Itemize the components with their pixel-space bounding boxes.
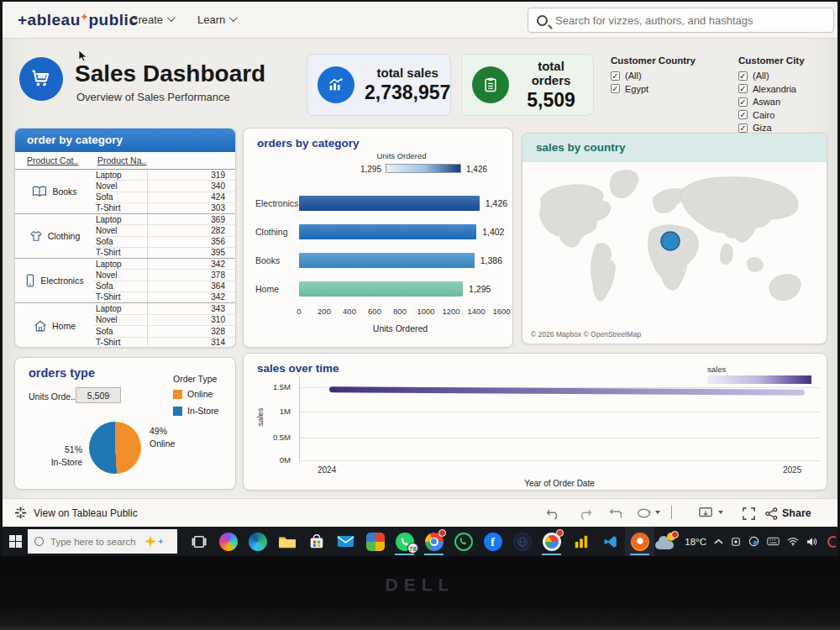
task-view-icon[interactable] bbox=[184, 527, 213, 556]
table-row[interactable]: Novel282 bbox=[94, 225, 235, 236]
share-icon[interactable] bbox=[762, 505, 780, 522]
table-row[interactable]: T-Shirt342 bbox=[94, 292, 235, 302]
edge-icon[interactable] bbox=[243, 527, 272, 556]
table-row[interactable]: Laptop343 bbox=[94, 303, 235, 315]
chrome-icon-2[interactable] bbox=[537, 527, 566, 556]
kpi-total-orders[interactable]: total orders5,509 bbox=[461, 54, 594, 116]
orders-type-pie[interactable] bbox=[89, 422, 141, 474]
filter-option-alexandria[interactable]: ✓Alexandria bbox=[738, 84, 805, 94]
tray-chevron-icon[interactable] bbox=[714, 538, 723, 545]
search-bar[interactable] bbox=[528, 8, 834, 33]
view-on-tableau-public-link[interactable]: View on Tableau Public bbox=[14, 507, 138, 519]
checkbox-checked-icon[interactable]: ✓ bbox=[738, 71, 748, 81]
download-dropdown-icon[interactable] bbox=[718, 511, 723, 514]
tray-app-icon[interactable] bbox=[731, 537, 741, 547]
table-row[interactable]: T-Shirt314 bbox=[94, 338, 235, 349]
book-icon bbox=[32, 186, 47, 197]
tray-partial-icon[interactable] bbox=[826, 536, 836, 548]
legend-item-instore[interactable]: In-Store bbox=[173, 406, 218, 416]
legend-item-online[interactable]: Online bbox=[173, 389, 213, 399]
table-row[interactable]: Sofa356 bbox=[94, 237, 235, 248]
col-product-name[interactable]: Product Na.. bbox=[97, 155, 146, 165]
col-product-category[interactable]: Product Cat.. bbox=[27, 155, 78, 165]
taskbar-search-input[interactable] bbox=[50, 537, 141, 547]
power-bi-icon[interactable] bbox=[566, 527, 596, 556]
measure-value-box[interactable]: 5,509 bbox=[76, 387, 121, 403]
tray-network-globe-icon[interactable] bbox=[748, 536, 759, 547]
tableau-public-logo[interactable]: +ableau✦public bbox=[18, 11, 138, 29]
map-attribution[interactable]: © 2026 Mapbox © OpenStreetMap bbox=[531, 330, 641, 339]
table-row[interactable]: Sofa424 bbox=[94, 192, 235, 203]
filter-option-aswan[interactable]: ✓Aswan bbox=[738, 97, 805, 107]
filter-title: Customer City bbox=[738, 55, 805, 66]
redo-button[interactable] bbox=[575, 505, 594, 522]
world-map[interactable] bbox=[526, 164, 823, 323]
table-row[interactable]: Laptop342 bbox=[94, 259, 235, 270]
taskbar-search[interactable] bbox=[28, 529, 177, 554]
table-row[interactable]: T-Shirt395 bbox=[94, 248, 235, 258]
mail-icon[interactable] bbox=[331, 527, 360, 556]
table-row[interactable]: Laptop369 bbox=[94, 214, 235, 225]
checkbox-checked-icon[interactable]: ✓ bbox=[738, 123, 748, 133]
category-cell[interactable]: Books bbox=[15, 170, 94, 213]
vscode-icon[interactable] bbox=[596, 527, 625, 556]
whatsapp-icon[interactable]: 78 bbox=[390, 527, 419, 556]
orange-browser-icon[interactable] bbox=[625, 527, 654, 556]
table-row[interactable]: Novel310 bbox=[94, 315, 235, 327]
bar-books[interactable] bbox=[299, 253, 475, 268]
panel-title: order by category bbox=[15, 129, 235, 152]
kpi-total-sales[interactable]: total sales2,738,957 bbox=[307, 54, 451, 116]
whatsapp-icon-2[interactable] bbox=[449, 527, 478, 556]
bar-clothing[interactable] bbox=[299, 224, 476, 239]
download-button[interactable] bbox=[696, 505, 715, 522]
filter-option-giza[interactable]: ✓Giza bbox=[738, 123, 805, 133]
copilot-icon[interactable] bbox=[213, 527, 243, 556]
filter-customer-city: Customer City ✓(All) ✓Alexandria ✓Aswan … bbox=[738, 55, 805, 136]
table-row[interactable]: Sofa328 bbox=[94, 326, 235, 338]
table-row[interactable]: Laptop319 bbox=[94, 170, 235, 181]
start-button[interactable] bbox=[3, 527, 28, 556]
legend-gradient[interactable] bbox=[707, 375, 811, 384]
table-row[interactable]: T-Shirt303 bbox=[94, 203, 235, 213]
wifi-icon[interactable] bbox=[787, 537, 799, 546]
revert-button[interactable] bbox=[606, 505, 625, 522]
bar-electronics[interactable] bbox=[299, 196, 480, 211]
nav-learn-menu[interactable]: Learn bbox=[197, 13, 235, 26]
volume-icon[interactable] bbox=[806, 537, 818, 547]
checkbox-checked-icon[interactable]: ✓ bbox=[611, 84, 620, 93]
refresh-button[interactable] bbox=[634, 505, 653, 522]
facebook-icon[interactable]: f bbox=[478, 527, 507, 556]
category-cell[interactable]: Home bbox=[15, 303, 94, 348]
table-row[interactable]: Novel378 bbox=[94, 270, 235, 281]
checkbox-checked-icon[interactable]: ✓ bbox=[738, 110, 748, 119]
temperature[interactable]: 18°C bbox=[685, 537, 706, 547]
filter-option-cairo[interactable]: ✓Cairo bbox=[738, 110, 805, 120]
table-row[interactable]: Novel340 bbox=[94, 181, 235, 192]
checkbox-checked-icon[interactable]: ✓ bbox=[738, 84, 748, 93]
file-explorer-icon[interactable] bbox=[272, 527, 302, 556]
category-cell[interactable]: Clothing bbox=[15, 214, 94, 258]
checkbox-checked-icon[interactable]: ✓ bbox=[738, 97, 748, 107]
kpi-value: 5,509 bbox=[519, 89, 583, 112]
search-input[interactable] bbox=[555, 14, 825, 27]
fullscreen-button[interactable] bbox=[739, 505, 758, 522]
globe-app-icon[interactable] bbox=[507, 527, 537, 556]
instore-swatch bbox=[173, 407, 182, 416]
bar-home[interactable] bbox=[299, 281, 463, 297]
checkbox-checked-icon[interactable]: ✓ bbox=[611, 71, 620, 81]
color-legend-gradient[interactable] bbox=[386, 164, 461, 173]
filter-option-egypt[interactable]: ✓Egypt bbox=[611, 84, 696, 94]
photos-icon[interactable] bbox=[360, 527, 390, 556]
weather-icon[interactable] bbox=[655, 533, 677, 551]
tray-keyboard-icon[interactable] bbox=[767, 537, 780, 546]
table-row[interactable]: Sofa364 bbox=[94, 281, 235, 292]
microsoft-store-icon[interactable] bbox=[302, 527, 331, 556]
chrome-icon[interactable] bbox=[419, 527, 449, 556]
filter-option-all[interactable]: ✓(All) bbox=[611, 71, 696, 81]
nav-create-menu[interactable]: Create bbox=[130, 13, 173, 26]
filter-option-all[interactable]: ✓(All) bbox=[738, 71, 805, 81]
category-cell[interactable]: Electronics bbox=[15, 259, 94, 302]
share-button[interactable]: Share bbox=[782, 507, 811, 519]
undo-button[interactable] bbox=[543, 505, 562, 522]
refresh-dropdown-icon[interactable] bbox=[655, 511, 660, 514]
